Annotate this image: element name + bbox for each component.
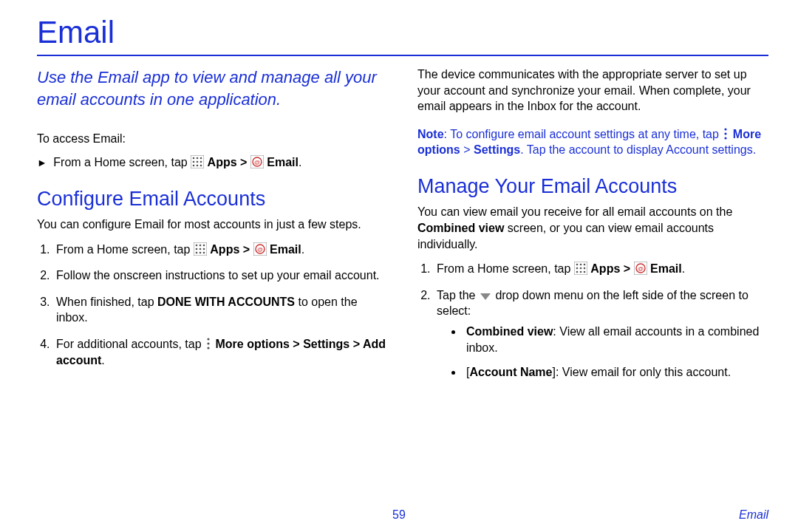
sep: >: [460, 143, 474, 156]
email-icon: @: [634, 262, 647, 275]
sep: >: [290, 338, 303, 350]
svg-point-38: [584, 267, 586, 270]
list-item: From a Home screen, tap Apps > @ Email.: [434, 261, 768, 277]
svg-point-31: [725, 137, 727, 139]
svg-point-39: [576, 271, 579, 273]
page-title: Email: [37, 15, 768, 50]
apps-label: Apps: [208, 156, 237, 168]
manage-heading: Manage Your Email Accounts: [417, 173, 768, 200]
svg-point-20: [196, 251, 198, 253]
sep: >: [237, 156, 250, 168]
svg-point-30: [725, 132, 727, 134]
svg-point-28: [207, 347, 209, 349]
svg-point-19: [203, 248, 205, 250]
svg-point-37: [580, 267, 582, 270]
access-step: ► From a Home screen, tap Apps > @ Email…: [37, 154, 388, 171]
footer-section-label: Email: [739, 508, 768, 522]
sep: >: [239, 243, 253, 256]
svg-point-18: [200, 248, 202, 250]
text: When finished, tap: [56, 296, 157, 308]
svg-point-41: [584, 271, 586, 273]
svg-point-40: [580, 271, 582, 273]
svg-point-26: [207, 338, 209, 340]
svg-point-6: [200, 161, 202, 163]
combined-view-label: Combined view: [417, 222, 504, 234]
svg-text:@: @: [637, 265, 643, 272]
list-item: [Account Name]: View email for only this…: [463, 364, 768, 381]
email-label: Email: [270, 243, 301, 256]
text: For additional accounts, tap: [56, 338, 205, 350]
configure-steps: From a Home screen, tap Apps > @ Email. …: [37, 242, 388, 369]
apps-label: Apps: [210, 243, 239, 256]
apps-label: Apps: [590, 262, 620, 275]
svg-point-36: [576, 267, 579, 270]
svg-point-21: [200, 251, 202, 253]
configure-heading: Configure Email Accounts: [37, 185, 388, 212]
svg-text:@: @: [256, 246, 262, 253]
settings-label: Settings: [474, 143, 520, 156]
svg-point-27: [207, 342, 209, 344]
svg-point-29: [725, 128, 727, 130]
left-column: Use the Email app to view and manage all…: [37, 66, 388, 391]
more-options-icon: [205, 337, 212, 350]
email-icon: @: [250, 155, 264, 168]
svg-point-17: [196, 248, 198, 250]
text: From a Home screen, tap: [437, 262, 574, 275]
text: From a Home screen, tap: [56, 243, 194, 256]
sync-paragraph: The device communicates with the appropr…: [417, 66, 768, 115]
apps-icon: [574, 262, 587, 275]
configure-desc: You can configure Email for most account…: [37, 216, 388, 233]
svg-point-1: [193, 157, 195, 160]
page-number: 59: [0, 508, 798, 522]
text: . Tap the account to display Account set…: [520, 143, 756, 156]
list-item: When finished, tap DONE WITH ACCOUNTS to…: [53, 294, 388, 326]
right-column: The device communicates with the appropr…: [417, 66, 768, 391]
svg-point-34: [580, 264, 582, 266]
svg-point-16: [203, 244, 205, 246]
intro-text: Use the Email app to view and manage all…: [37, 66, 388, 110]
combined-view-label: Combined view: [466, 325, 553, 338]
list-item: From a Home screen, tap Apps > @ Email.: [53, 242, 388, 258]
apps-icon: [191, 155, 204, 168]
apps-icon: [194, 242, 207, 256]
dropdown-icon: [479, 291, 492, 301]
arrow-icon: ►: [37, 156, 47, 170]
svg-point-33: [576, 264, 579, 266]
access-prefix: From a Home screen, tap: [53, 156, 191, 168]
more-options-label: More options: [215, 338, 289, 350]
svg-point-35: [584, 264, 586, 266]
note-label: Note: [417, 128, 444, 140]
title-rule: [37, 55, 768, 56]
svg-point-7: [193, 165, 195, 167]
svg-point-14: [196, 244, 198, 246]
text: You can view email you receive for all e…: [417, 205, 732, 218]
svg-point-22: [203, 251, 205, 253]
more-options-icon: [722, 127, 729, 140]
email-label: Email: [267, 156, 299, 168]
sep: >: [620, 262, 633, 275]
done-label: DONE WITH ACCOUNTS: [157, 296, 295, 308]
list-item: Combined view: View all email accounts i…: [463, 324, 768, 355]
svg-point-9: [200, 165, 202, 167]
list-item: For additional accounts, tap More option…: [53, 336, 388, 368]
settings-label: Settings: [303, 338, 349, 350]
email-icon: @: [253, 242, 267, 256]
svg-point-8: [197, 165, 199, 167]
svg-marker-45: [480, 293, 491, 300]
list-item: Tap the drop down menu on the left side …: [434, 287, 768, 381]
text: : To configure email account settings at…: [444, 128, 723, 140]
svg-point-2: [197, 157, 199, 160]
text: ]: View email for only this account.: [552, 366, 731, 378]
manage-bullets: Combined view: View all email accounts i…: [437, 324, 768, 381]
svg-point-15: [200, 244, 202, 246]
svg-point-4: [193, 161, 195, 163]
note-paragraph: Note: To configure email account setting…: [417, 126, 768, 158]
manage-desc: You can view email you receive for all e…: [417, 204, 768, 252]
content-columns: Use the Email app to view and manage all…: [37, 66, 768, 391]
access-label: To access Email:: [37, 131, 388, 147]
list-item: Follow the onscreen instructions to set …: [53, 267, 388, 284]
text: Tap the: [437, 289, 479, 301]
svg-text:@: @: [254, 159, 260, 166]
svg-point-5: [197, 161, 199, 163]
sep: >: [349, 338, 363, 350]
